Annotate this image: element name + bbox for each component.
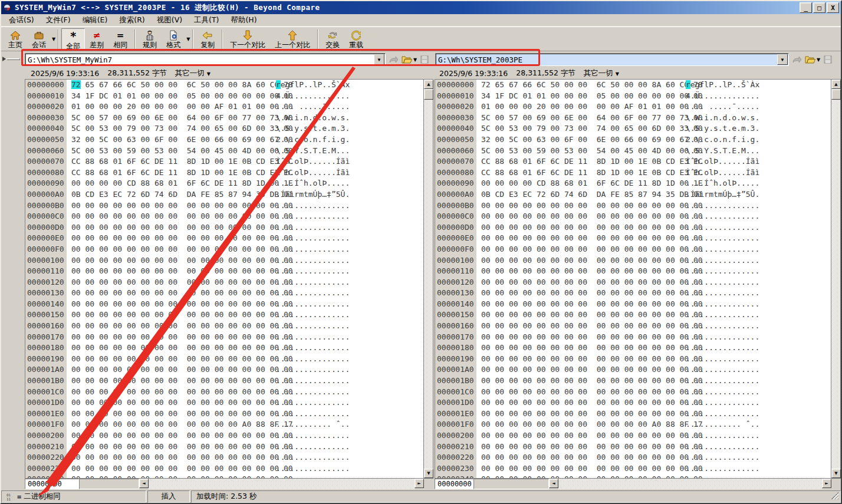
next-difference-button[interactable]: 下一个对比 xyxy=(225,28,270,50)
hex-row[interactable]: 0000023000 00 00 00 00 00 00 00 00 00 00… xyxy=(435,463,831,475)
hex-row[interactable]: 0000019000 00 00 00 00 00 00 00 00 00 00… xyxy=(435,354,831,365)
left-horizontal-scrollbar[interactable] xyxy=(149,479,415,489)
hex-row[interactable]: 000001B000 00 00 00 00 00 00 00 00 00 00… xyxy=(25,375,423,387)
hex-row[interactable]: 000000C000 00 00 00 00 00 00 00 00 00 00… xyxy=(25,211,423,222)
right-scroll-up-icon[interactable]: ▲ xyxy=(831,80,841,89)
hex-row[interactable]: 000000605C 00 53 00 59 00 53 00 54 00 45… xyxy=(25,146,423,157)
show-same-button[interactable]: = 相同 xyxy=(108,28,132,50)
resize-grip[interactable] xyxy=(831,492,838,499)
hex-row[interactable]: 0000013000 00 00 00 00 00 00 00 00 00 00… xyxy=(25,288,423,299)
hex-row[interactable]: 00000080CC 88 68 01 6F 6C DE 11 8D 1D 00… xyxy=(435,167,831,179)
menu-edit[interactable]: 编辑(E) xyxy=(77,14,113,27)
hex-row[interactable]: 000000405C 00 53 00 79 00 73 00 74 00 65… xyxy=(435,123,831,134)
left-hex-content[interactable]: 0000000072 65 67 66 6C 50 00 00 6C 50 00… xyxy=(25,80,423,478)
hex-row[interactable]: 000000605C 00 53 00 59 00 53 00 54 00 45… xyxy=(435,146,831,157)
home-button[interactable]: 主页 xyxy=(4,28,27,50)
hex-row[interactable]: 000001B000 00 00 00 00 00 00 00 00 00 00… xyxy=(435,375,831,387)
hex-row[interactable]: 000001D000 00 00 00 00 00 00 00 00 00 00… xyxy=(435,397,831,409)
hex-row[interactable]: 000001E000 00 00 00 00 00 00 00 00 00 00… xyxy=(25,409,423,420)
hex-row[interactable]: 000000A00B CD E3 EC 72 6D 74 6D DA FE 85… xyxy=(435,189,831,200)
menu-tools[interactable]: 工具(T) xyxy=(189,14,224,27)
show-all-button[interactable]: * 全部 xyxy=(61,28,85,50)
splitter-handle[interactable] xyxy=(2,56,20,62)
hex-row[interactable]: 0000017000 00 00 00 00 00 00 00 00 00 00… xyxy=(25,332,423,343)
hex-row[interactable]: 00000070CC 88 68 01 6F 6C DE 11 8D 1D 00… xyxy=(25,156,423,167)
hex-row[interactable]: 0000000072 65 67 66 6C 50 00 00 6C 50 00… xyxy=(25,80,423,91)
hex-row[interactable]: 000000E000 00 00 00 00 00 00 00 00 00 00… xyxy=(435,233,831,244)
hex-row[interactable]: 0000020000 00 00 00 00 00 00 00 00 00 00… xyxy=(25,430,423,442)
swap-button[interactable]: 交换 xyxy=(321,28,344,50)
left-scroll-down-icon[interactable]: ▼ xyxy=(424,469,433,478)
left-open-folder-icon[interactable] xyxy=(401,54,413,65)
hex-row[interactable]: 0000022000 00 00 00 00 00 00 00 00 00 00… xyxy=(435,452,831,463)
hex-row[interactable]: 0000015000 00 00 00 00 00 00 00 00 00 00… xyxy=(25,309,423,321)
hex-row[interactable]: 0000011000 00 00 00 00 00 00 00 00 00 00… xyxy=(25,266,423,277)
hex-row[interactable]: 000000B000 00 00 00 00 00 00 00 00 00 00… xyxy=(25,200,423,212)
menu-view[interactable]: 视图(V) xyxy=(152,14,188,27)
right-open-dropdown-arrow[interactable]: ▼ xyxy=(817,57,820,62)
reload-button[interactable]: 重载 xyxy=(344,28,368,50)
previous-difference-button[interactable]: 上一个对比 xyxy=(270,28,315,50)
hex-row[interactable]: 000001C000 00 00 00 00 00 00 00 00 00 00… xyxy=(25,387,423,398)
hex-row[interactable]: 0000022000 00 00 00 00 00 00 00 00 00 00… xyxy=(25,452,423,463)
hex-row[interactable]: 000001E000 00 00 00 00 00 00 00 00 00 00… xyxy=(435,409,831,420)
left-browse-parent-icon[interactable] xyxy=(387,54,399,65)
hex-row[interactable]: 000001A000 00 00 00 00 00 00 00 00 00 00… xyxy=(25,364,423,375)
left-scroll-up-icon[interactable]: ▲ xyxy=(424,80,433,89)
hex-row[interactable]: 000000F000 00 00 00 00 00 00 00 00 00 00… xyxy=(435,244,831,255)
hex-row[interactable]: 000001A000 00 00 00 00 00 00 00 00 00 00… xyxy=(435,364,831,375)
right-save-icon[interactable] xyxy=(822,54,834,65)
hex-row[interactable]: 0000017000 00 00 00 00 00 00 00 00 00 00… xyxy=(435,332,831,343)
show-differences-button[interactable]: ≠ 差别 xyxy=(85,28,108,50)
left-path-dropdown-arrow[interactable]: ▼ xyxy=(374,54,384,65)
hex-row[interactable]: 0000021000 00 00 00 00 00 00 00 00 00 00… xyxy=(25,442,423,453)
hex-row[interactable]: 000000305C 00 57 00 69 00 6E 00 64 00 6F… xyxy=(25,113,423,124)
hex-row[interactable]: 000000405C 00 53 00 79 00 73 00 74 00 65… xyxy=(25,123,423,134)
left-open-dropdown-arrow[interactable]: ▼ xyxy=(413,57,417,62)
maximize-button[interactable]: □ xyxy=(813,2,825,13)
format-dropdown-arrow[interactable]: ▼ xyxy=(186,37,190,42)
hex-row[interactable]: 000001C000 00 00 00 00 00 00 00 00 00 00… xyxy=(435,387,831,398)
hex-row[interactable]: 0000002001 00 00 00 20 00 00 00 00 00 AF… xyxy=(435,101,831,113)
right-filter-dropdown[interactable]: 其它一切 ▼ xyxy=(584,68,619,78)
hex-row[interactable]: 0000012000 00 00 00 00 00 00 00 00 00 00… xyxy=(25,277,423,288)
session-button-group[interactable]: 会话 ▼ xyxy=(27,28,55,50)
hex-row[interactable]: 000001D000 00 00 00 00 00 00 00 00 00 00… xyxy=(25,397,423,409)
left-hscroll-left-icon[interactable]: ◄ xyxy=(139,479,149,488)
hex-row[interactable]: 0000014000 00 00 00 00 00 00 00 00 00 00… xyxy=(25,299,423,310)
hex-row[interactable]: 0000010000 00 00 00 00 00 00 00 00 00 00… xyxy=(25,255,423,266)
hex-row[interactable]: 0000024000 00 00 00 00 00 00 00 00 00 00… xyxy=(435,474,831,478)
right-path-dropdown-arrow[interactable]: ▼ xyxy=(777,54,788,65)
hex-row[interactable]: 0000011000 00 00 00 00 00 00 00 00 00 00… xyxy=(435,266,831,277)
hex-row[interactable]: 0000005032 00 5C 00 63 00 6F 00 6E 00 66… xyxy=(435,134,831,146)
left-vertical-scrollbar[interactable]: ▲ ▼ xyxy=(423,80,433,478)
right-vscroll-thumb[interactable] xyxy=(831,89,841,100)
session-dropdown-arrow[interactable]: ▼ xyxy=(52,37,55,42)
hex-row[interactable]: 000000C000 00 00 00 00 00 00 00 00 00 00… xyxy=(435,211,831,222)
left-save-icon[interactable] xyxy=(419,54,430,65)
left-filter-dropdown[interactable]: 其它一切 ▼ xyxy=(175,68,210,78)
hex-row[interactable]: 0000020000 00 00 00 00 00 00 00 00 00 00… xyxy=(435,430,831,442)
hex-row[interactable]: 0000024000 00 00 00 00 00 00 00 00 00 00… xyxy=(25,474,423,478)
hex-row[interactable]: 0000016000 00 00 00 00 00 00 00 00 00 00… xyxy=(25,321,423,332)
right-hex-content[interactable]: 0000000072 65 67 66 6C 50 00 00 6C 50 00… xyxy=(435,80,831,478)
hex-row[interactable]: 0000019000 00 00 00 00 00 00 00 00 00 00… xyxy=(25,354,423,365)
right-hscroll-right-icon[interactable]: ► xyxy=(822,479,831,488)
format-button-group[interactable]: 格式 ▼ xyxy=(162,28,190,50)
hex-row[interactable]: 00000070CC 88 68 01 6F 6C DE 11 8D 1D 00… xyxy=(435,156,831,167)
left-path-combobox[interactable]: G:\Wh\SYSTEM_MyWin7 ▼ xyxy=(25,53,386,66)
menu-help[interactable]: 帮助(H) xyxy=(225,14,262,27)
hex-row[interactable]: 0000000072 65 67 66 6C 50 00 00 6C 50 00… xyxy=(435,80,831,91)
hex-row[interactable]: 0000018000 00 00 00 00 00 00 00 00 00 00… xyxy=(435,342,831,354)
hex-row[interactable]: 0000018000 00 00 00 00 00 00 00 00 00 00… xyxy=(25,342,423,354)
hex-row[interactable]: 0000015000 00 00 00 00 00 00 00 00 00 00… xyxy=(435,309,831,321)
menu-search[interactable]: 搜索(R) xyxy=(114,14,150,27)
hex-row[interactable]: 000001F000 00 00 00 00 00 00 00 00 00 00… xyxy=(25,419,423,430)
hex-row[interactable]: 000000F000 00 00 00 00 00 00 00 00 00 00… xyxy=(25,244,423,255)
right-horizontal-scrollbar[interactable] xyxy=(558,479,822,489)
rules-button[interactable]: 规则 xyxy=(138,28,162,50)
right-open-folder-icon[interactable] xyxy=(804,54,816,65)
hex-row[interactable]: 0000016000 00 00 00 00 00 00 00 00 00 00… xyxy=(435,321,831,332)
hex-row[interactable]: 0000005032 00 5C 00 63 00 6F 00 6E 00 66… xyxy=(25,134,423,146)
hex-row[interactable]: 0000010000 00 00 00 00 00 00 00 00 00 00… xyxy=(435,255,831,266)
